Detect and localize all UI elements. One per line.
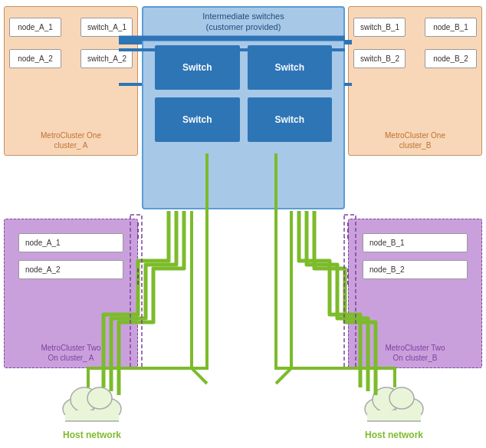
mc2a-node1: node_A_1 xyxy=(18,233,123,252)
diagram-container: Intermediate switches (customer provided… xyxy=(0,0,486,448)
mc2b-label: MetroCluster Two On cluster_B xyxy=(349,343,481,363)
mc2a-label-l1: MetroCluster Two xyxy=(41,344,100,352)
intermediate-title-text: Intermediate switches xyxy=(202,12,284,21)
mc2b-label-l2: On cluster_B xyxy=(393,354,438,362)
host-network-left: Host network xyxy=(46,377,138,440)
mc2a-label-l2: On cluster_ A xyxy=(48,354,94,362)
mc1a-node2: node_A_2 xyxy=(9,49,61,68)
mc2a-label: MetroCluster Two On cluster_ A xyxy=(5,343,137,363)
host-network-right-label: Host network xyxy=(348,430,440,440)
mc1a-switch1: switch_A_1 xyxy=(80,18,133,37)
mc-one-cluster-a: node_A_1 switch_A_1 node_A_2 switch_A_2 … xyxy=(4,6,138,156)
switch-tl: Switch xyxy=(155,45,240,90)
mc1b-label-l2: cluster_B xyxy=(399,141,432,150)
svg-point-11 xyxy=(389,387,414,409)
mc2a-node2: node_A_2 xyxy=(18,260,123,279)
mc1b-label-l1: MetroCluster One xyxy=(385,131,445,140)
mc-two-cluster-b: node_B_1 node_B_2 MetroCluster Two On cl… xyxy=(348,219,482,368)
mc1b-label: MetroCluster One cluster_B xyxy=(349,130,481,150)
svg-point-4 xyxy=(87,387,112,409)
mc2b-node1: node_B_1 xyxy=(363,233,468,252)
mc-one-cluster-b: switch_B_1 node_B_1 switch_B_2 node_B_2 … xyxy=(348,6,482,156)
mc-two-cluster-a: node_A_1 node_A_2 MetroCluster Two On cl… xyxy=(4,219,138,368)
svg-rect-5 xyxy=(65,410,119,421)
mc1a-switch2: switch_A_2 xyxy=(80,49,133,68)
host-network-right: Host network xyxy=(348,377,440,440)
host-network-left-label: Host network xyxy=(46,430,138,440)
mc1a-label-l1: MetroCluster One xyxy=(41,131,101,140)
mc1b-node2: node_B_2 xyxy=(425,49,477,68)
switch-br: Switch xyxy=(248,97,333,142)
cloud-right-svg xyxy=(352,377,436,427)
mc1b-switch2: switch_B_2 xyxy=(353,49,406,68)
switches-grid: Switch Switch Switch Switch xyxy=(143,39,343,148)
intermediate-switches-box: Intermediate switches (customer provided… xyxy=(142,6,345,209)
switch-tr: Switch xyxy=(248,45,333,90)
mc1a-label: MetroCluster One cluster_ A xyxy=(5,130,137,150)
mc2b-node2: node_B_2 xyxy=(363,260,468,279)
mc1b-node1: node_B_1 xyxy=(425,18,477,37)
mc1a-label-l2: cluster_ A xyxy=(54,141,88,150)
cloud-left-svg xyxy=(50,377,134,427)
intermediate-subtitle-text: (customer provided) xyxy=(206,22,281,31)
mc2b-label-l1: MetroCluster Two xyxy=(385,344,445,352)
switch-bl: Switch xyxy=(155,97,240,142)
intermediate-title: Intermediate switches (customer provided… xyxy=(143,8,343,36)
svg-rect-12 xyxy=(367,410,421,421)
mc1b-switch1: switch_B_1 xyxy=(353,18,406,37)
mc1a-node1: node_A_1 xyxy=(9,18,61,37)
